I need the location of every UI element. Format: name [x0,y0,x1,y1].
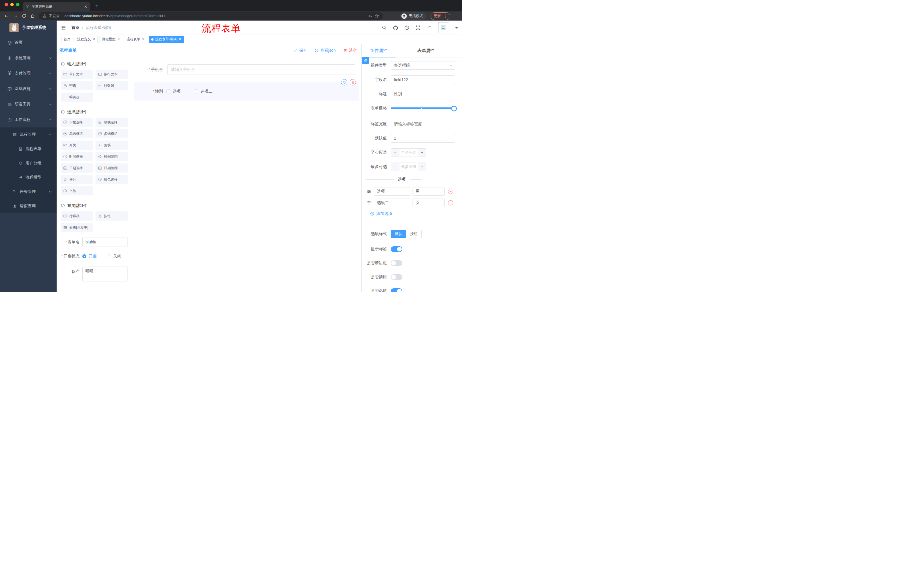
widget-checkbox-group[interactable]: 多选框组 [96,129,128,138]
status-on-label[interactable]: 开启 [89,254,97,259]
key-icon[interactable] [368,14,372,18]
phone-field-input[interactable]: 请输入手机号 [167,64,355,75]
widget-password[interactable]: 密码 [61,81,93,90]
widget-row-container[interactable]: 行容器 [61,211,93,220]
tag-close-icon[interactable]: ✕ [117,38,120,41]
tag-home[interactable]: 首页 [61,36,73,43]
font-size-icon[interactable] [427,25,432,30]
increase-button[interactable]: ＋ [418,148,426,156]
max-select-placeholder[interactable]: 最多可选 [399,163,418,171]
help-icon[interactable] [404,25,409,30]
form-canvas[interactable]: *手机号 请输入手机号 *性别 选项一 选项二 [131,57,361,292]
slider-handle[interactable] [451,106,457,112]
widget-switch[interactable]: 开关 [61,141,93,150]
form-remark-textarea[interactable]: 嘿嘿 [82,267,128,281]
sidebar-item-process-mgmt[interactable]: 流程管理 [0,127,57,142]
field-name-input[interactable] [391,76,455,84]
home-icon[interactable] [30,14,35,18]
decrease-button[interactable]: − [391,148,399,156]
tag-process-definition[interactable]: 流程定义✕ [74,36,98,43]
gender-option2-label[interactable]: 选项二 [200,89,213,94]
delete-component-button[interactable] [350,79,356,86]
sidebar-item-infra[interactable]: 基础设施 [0,81,57,97]
new-tab-button[interactable]: ＋ [94,2,99,9]
gender-option2-checkbox[interactable] [194,89,198,94]
sidebar-item-process-form[interactable]: 流程表单 [0,142,57,156]
widget-editor[interactable]: 编辑器 [61,92,93,102]
tag-close-icon[interactable]: ✕ [92,38,95,41]
grid-span-slider[interactable] [391,107,455,109]
border-toggle[interactable] [391,260,402,266]
widget-counter[interactable]: 123计数器 [96,81,128,90]
widget-radio-group[interactable]: 单选框组 [61,129,93,138]
status-off-radio[interactable] [107,254,111,258]
option2-value-input[interactable] [412,199,445,207]
back-icon[interactable] [4,14,9,18]
drag-handle-icon[interactable] [367,201,371,205]
widget-time-picker[interactable]: 时间选择 [61,152,93,161]
widget-color-picker[interactable]: 颜色选择 [96,175,128,184]
url-bar[interactable]: 不安全 dashboard.yudao.iocoder.cn/bpm/manag… [39,12,383,20]
breadcrumb-home[interactable]: 首页 [71,25,79,30]
gender-option1-checkbox[interactable] [167,89,170,94]
tag-process-form-edit[interactable]: 流程表单-编辑✕ [148,36,184,43]
widget-cascader[interactable]: 级联选择 [96,118,128,127]
style-default-button[interactable]: 默认 [391,230,406,238]
tag-process-model[interactable]: 流程模型✕ [99,36,122,43]
widget-dropdown[interactable]: 下拉选择 [61,118,93,127]
option2-label-input[interactable] [374,199,410,207]
component-type-select[interactable]: 多选框组 [391,61,455,70]
disabled-toggle[interactable] [391,274,402,280]
increase-button[interactable]: ＋ [418,163,426,171]
option1-value-input[interactable] [412,187,445,196]
selected-checkbox-component[interactable]: *性别 选项一 选项二 [134,82,359,100]
sidebar-item-devtools[interactable]: 研发工具 [0,97,57,112]
tag-close-icon[interactable]: ✕ [142,38,144,41]
github-icon[interactable] [393,25,398,31]
fullscreen-icon[interactable] [416,25,421,30]
show-label-toggle[interactable] [391,246,402,252]
status-off-label[interactable]: 关闭 [113,254,121,259]
traffic-close-button[interactable] [5,3,8,6]
sidebar-collapse-icon[interactable] [61,25,66,31]
widget-rate[interactable]: 评分 [61,175,93,184]
duplicate-component-button[interactable] [341,79,347,86]
style-button-button[interactable]: 按钮 [406,230,422,238]
min-select-placeholder[interactable]: 至少应选 [399,148,418,156]
label-width-input[interactable] [391,120,455,128]
widget-table-dev[interactable]: 表格[开发中] [61,223,93,232]
sidebar-item-home[interactable]: 首页 [0,35,57,50]
browser-tab[interactable]: 芋道管理系统 ✕ [23,2,90,12]
widget-slider[interactable]: 滑块 [96,141,128,150]
form-name-input[interactable] [82,237,128,247]
decrease-button[interactable]: − [391,163,399,171]
remove-option-button[interactable]: − [448,200,453,206]
tab-component-props[interactable]: 组件属性 [361,48,396,53]
sidebar-item-leave-query[interactable]: 请假查询 [0,199,57,213]
view-json-button[interactable]: 查看json [315,48,336,53]
tag-process-form[interactable]: 流程表单✕ [124,36,147,43]
phone-field-row[interactable]: *手机号 请输入手机号 [131,64,361,75]
default-value-input[interactable] [391,134,455,143]
widget-upload[interactable]: 上传 [61,186,93,196]
tab-form-props[interactable]: 表单属性 [409,48,443,53]
sidebar-logo[interactable]: 芋道管理系统 [0,21,57,35]
traffic-zoom-button[interactable] [16,3,20,6]
tab-close-icon[interactable]: ✕ [84,5,87,9]
required-toggle[interactable] [391,288,402,292]
option1-label-input[interactable] [374,187,410,196]
status-on-radio[interactable] [82,254,86,258]
widget-date-picker[interactable]: 日期选择 [61,163,93,173]
save-button[interactable]: 保存 [293,48,307,53]
widget-single-line-text[interactable]: 单行文本 [61,70,93,79]
sidebar-item-payment[interactable]: ¥ 支付管理 [0,66,57,81]
reload-icon[interactable] [22,14,26,18]
search-icon[interactable] [382,25,387,30]
sidebar-item-user-group[interactable]: 用户分组 [0,156,57,170]
link-handle[interactable] [361,57,369,64]
browser-menu-icon[interactable]: ⋮ [444,14,447,18]
widget-date-range[interactable]: 日期范围 [96,163,128,173]
sidebar-item-task-mgmt[interactable]: 任务管理 [0,184,57,199]
widget-time-range[interactable]: 时间范围 [96,152,128,161]
avatar[interactable] [438,22,449,33]
